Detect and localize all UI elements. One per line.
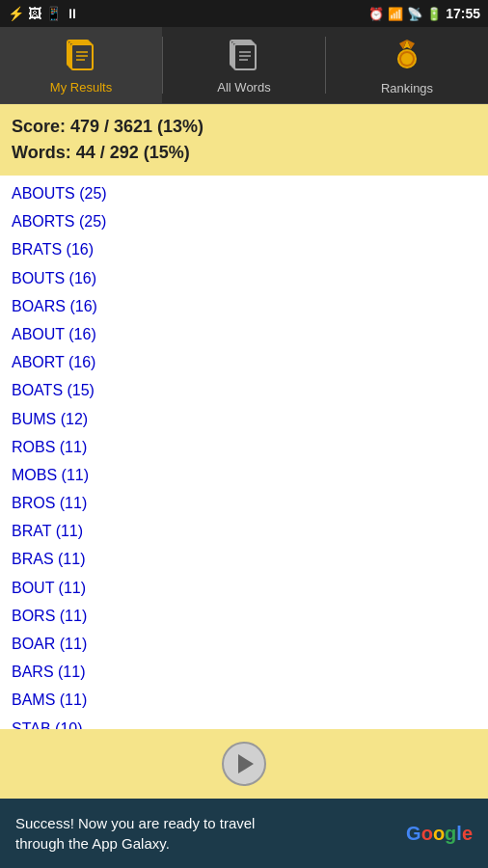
signal-icon: 📡: [407, 7, 422, 21]
whatsapp-icon: 📱: [45, 6, 62, 21]
list-item: ABORTS (25): [0, 207, 488, 235]
tab-rankings[interactable]: Rankings: [326, 27, 488, 103]
list-item: BRATS (16): [0, 235, 488, 263]
list-item: ABOUT (16): [0, 320, 488, 348]
score-line-2: Words: 44 / 292 (15%): [12, 140, 476, 166]
results-icon: [66, 37, 96, 76]
tab-bar: My Results All Words: [0, 27, 488, 104]
list-item: STAB (10): [0, 715, 488, 729]
list-item: BOARS (16): [0, 292, 488, 320]
time-display: 17:55: [446, 6, 480, 21]
list-item: BOUTS (16): [0, 264, 488, 292]
score-line-1: Score: 479 / 3621 (13%): [12, 114, 476, 140]
words-icon: [229, 37, 259, 76]
google-logo: Google: [406, 823, 473, 845]
list-item: BOUT (11): [0, 574, 488, 602]
status-right-icons: ⏰ 📶 📡 🔋 17:55: [368, 6, 480, 21]
play-icon: [238, 754, 254, 773]
ad-banner[interactable]: Success! Now you are ready to travel thr…: [0, 799, 488, 868]
main-content: My Results All Words: [0, 27, 488, 868]
list-item: BOATS (15): [0, 376, 488, 404]
svg-point-17: [401, 53, 413, 65]
svg-rect-2: [71, 44, 93, 69]
list-item: BOAR (11): [0, 630, 488, 658]
wifi-icon: 📶: [388, 7, 403, 21]
svg-rect-8: [234, 44, 256, 69]
status-bar: ⚡ 🖼 📱 ⏸ ⏰ 📶 📡 🔋 17:55: [0, 0, 488, 27]
image-icon: 🖼: [28, 6, 41, 21]
status-left-icons: ⚡ 🖼 📱 ⏸: [8, 6, 79, 21]
list-item: BRAT (11): [0, 517, 488, 545]
list-item: BROS (11): [0, 489, 488, 517]
list-item: BAMS (11): [0, 686, 488, 714]
bottom-area: [0, 729, 488, 799]
score-bar: Score: 479 / 3621 (13%) Words: 44 / 292 …: [0, 104, 488, 176]
tab-my-results-label: My Results: [50, 80, 112, 95]
list-item: ROBS (11): [0, 433, 488, 461]
list-item: BARS (11): [0, 658, 488, 686]
word-list[interactable]: ABOUTS (25)ABORTS (25)BRATS (16)BOUTS (1…: [0, 176, 488, 729]
battery-icon: 🔋: [426, 7, 442, 21]
list-item: BORS (11): [0, 602, 488, 630]
tab-rankings-label: Rankings: [381, 81, 433, 95]
list-item: BUMS (12): [0, 405, 488, 433]
alarm-icon: ⏰: [368, 7, 384, 21]
usb-icon: ⚡: [8, 6, 24, 21]
rankings-icon: [390, 36, 424, 77]
tab-my-results[interactable]: My Results: [0, 27, 162, 103]
tab-all-words[interactable]: All Words: [163, 27, 325, 103]
list-item: MOBS (11): [0, 461, 488, 489]
ad-text: Success! Now you are ready to travel thr…: [15, 813, 305, 854]
list-item: ABOUTS (25): [0, 179, 488, 207]
pause-icon: ⏸: [66, 6, 79, 21]
list-item: BRAS (11): [0, 545, 488, 573]
play-button[interactable]: [222, 742, 266, 786]
tab-all-words-label: All Words: [217, 80, 270, 95]
list-item: ABORT (16): [0, 348, 488, 376]
